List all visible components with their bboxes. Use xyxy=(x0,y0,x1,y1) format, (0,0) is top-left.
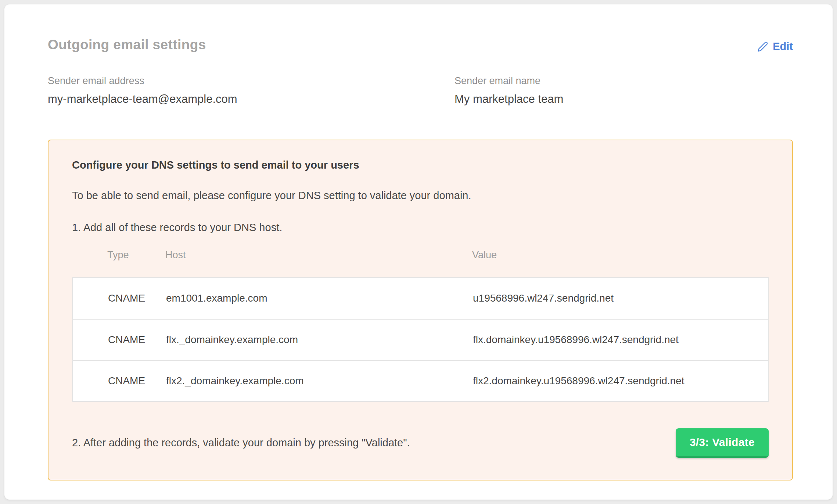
dns-record-row: CNAME em1001.example.com u19568996.wl247… xyxy=(73,278,768,319)
dns-record-host: flx._domainkey.example.com xyxy=(166,334,473,346)
dns-records-table: CNAME em1001.example.com u19568996.wl247… xyxy=(72,277,769,402)
sender-email-address-value: my-marketplace-team@example.com xyxy=(48,92,455,107)
dns-step-2-text: 2. After adding the records, validate yo… xyxy=(72,437,410,449)
dns-record-host: em1001.example.com xyxy=(166,292,473,304)
dns-panel-heading: Configure your DNS settings to send emai… xyxy=(72,159,769,172)
dns-record-type: CNAME xyxy=(73,375,166,387)
pencil-icon xyxy=(757,41,768,52)
dns-record-type: CNAME xyxy=(73,334,166,346)
validate-button[interactable]: 3/3: Validate xyxy=(676,428,769,458)
edit-label: Edit xyxy=(773,40,793,53)
sender-email-name-value: My marketplace team xyxy=(455,92,793,107)
dns-table-header: Type Host Value xyxy=(72,249,769,261)
dns-configuration-panel: Configure your DNS settings to send emai… xyxy=(48,140,793,480)
dns-step-1-text: 1. Add all of these records to your DNS … xyxy=(72,221,769,234)
dns-table-header-type: Type xyxy=(72,249,165,261)
dns-record-value: u19568996.wl247.sendgrid.net xyxy=(473,292,768,304)
dns-record-host: flx2._domainkey.example.com xyxy=(166,375,473,387)
sender-email-name-field: Sender email name My marketplace team xyxy=(455,75,793,106)
dns-record-row: CNAME flx._domainkey.example.com flx.dom… xyxy=(73,319,768,360)
card-header: Outgoing email settings Edit xyxy=(48,37,793,53)
page-title: Outgoing email settings xyxy=(48,37,206,53)
dns-record-type: CNAME xyxy=(73,292,166,304)
sender-email-address-field: Sender email address my-marketplace-team… xyxy=(48,75,455,106)
dns-validate-row: 2. After adding the records, validate yo… xyxy=(72,428,769,458)
outgoing-email-settings-card: Outgoing email settings Edit Sender emai… xyxy=(4,4,833,500)
sender-email-address-label: Sender email address xyxy=(48,75,455,87)
sender-fields: Sender email address my-marketplace-team… xyxy=(48,75,793,106)
dns-panel-description: To be able to send email, please configu… xyxy=(72,189,769,202)
dns-table-header-value: Value xyxy=(472,249,769,261)
dns-record-value: flx.domainkey.u19568996.wl247.sendgrid.n… xyxy=(473,334,768,346)
edit-button[interactable]: Edit xyxy=(757,40,793,53)
dns-table-header-host: Host xyxy=(165,249,472,261)
sender-email-name-label: Sender email name xyxy=(455,75,793,87)
dns-record-value: flx2.domainkey.u19568996.wl247.sendgrid.… xyxy=(473,375,768,387)
dns-record-row: CNAME flx2._domainkey.example.com flx2.d… xyxy=(73,360,768,401)
